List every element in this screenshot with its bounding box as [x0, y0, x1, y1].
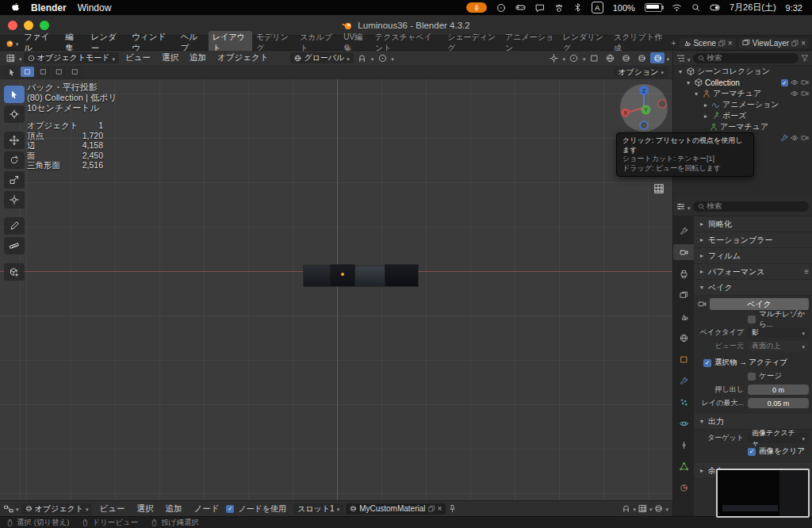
panel-motion-blur[interactable]: モーションブラー: [694, 232, 812, 248]
shading-wireframe-icon[interactable]: [603, 52, 617, 63]
tool-transform[interactable]: [4, 191, 25, 209]
filter-funnel-icon[interactable]: [801, 54, 809, 62]
gizmo-y-axis[interactable]: Y: [644, 107, 648, 113]
properties-tab-modifiers[interactable]: [673, 373, 694, 388]
tool-move[interactable]: [4, 132, 25, 149]
unlink-material-icon[interactable]: [438, 504, 442, 513]
editor-type-icon[interactable]: [3, 52, 17, 63]
lowpoly-object[interactable]: [304, 265, 418, 286]
gizmo-minus-z[interactable]: [640, 121, 648, 129]
game-controller-icon[interactable]: [515, 2, 526, 13]
shader-menu-node[interactable]: ノード: [189, 503, 224, 515]
paw-icon[interactable]: [554, 3, 564, 13]
selected-to-active-checkbox[interactable]: [703, 359, 711, 367]
input-source-icon[interactable]: A: [592, 2, 603, 13]
viewport-canvas[interactable]: バック・平行投影 (80) Collection | 低ポリ 10センチメートル…: [0, 79, 672, 500]
snap-magnet-icon[interactable]: [355, 52, 370, 63]
outliner-editor-icon[interactable]: [676, 54, 685, 63]
battery-icon[interactable]: [645, 3, 662, 12]
shading-material-icon[interactable]: [634, 52, 649, 63]
add-workspace-button[interactable]: +: [668, 38, 680, 48]
gizmo-dropdown-icon[interactable]: [562, 54, 565, 63]
overlay-dropdown-icon[interactable]: [649, 504, 653, 513]
outliner-row-scene-collection[interactable]: シーンコレクション: [673, 66, 812, 77]
proportional-edit-icon[interactable]: [375, 52, 389, 63]
screen-recording-indicator[interactable]: [466, 2, 487, 13]
tool-select-box[interactable]: [4, 86, 25, 103]
bake-target-dropdown[interactable]: 画像テクスチャ: [748, 433, 809, 443]
properties-tab-tool[interactable]: [673, 223, 694, 239]
performance-presets-icon[interactable]: [804, 267, 809, 276]
gizmo-minus-x[interactable]: [658, 100, 666, 108]
properties-tab-scene[interactable]: [673, 308, 694, 324]
shading-dropdown-icon[interactable]: [666, 54, 669, 63]
select-mode-new-button[interactable]: [21, 67, 34, 77]
panel-bake[interactable]: ベイク: [694, 280, 812, 296]
shader-menu-view[interactable]: ビュー: [94, 503, 129, 515]
shader-menu-add[interactable]: 追加: [160, 503, 186, 515]
app-menu-blender[interactable]: Blender: [31, 2, 67, 13]
tool-rotate[interactable]: [4, 151, 25, 169]
viewlayer-selector[interactable]: ViewLayer: [739, 38, 809, 48]
gizmo-x-axis[interactable]: X: [623, 110, 627, 116]
snapping-icon[interactable]: [622, 504, 630, 513]
properties-tab-output[interactable]: [673, 266, 694, 281]
max-ray-distance-field[interactable]: 0.05 m: [748, 398, 809, 408]
select-mode-extend-button[interactable]: [36, 67, 50, 77]
tool-annotate[interactable]: [4, 217, 25, 235]
snap-dropdown-icon[interactable]: [371, 54, 374, 63]
stats-menu-icon[interactable]: [496, 3, 506, 13]
clear-image-checkbox[interactable]: [748, 448, 756, 456]
navigation-gizmo[interactable]: Z X Y: [619, 82, 669, 133]
snapping-dropdown-icon[interactable]: [633, 504, 636, 513]
bake-type-dropdown[interactable]: 影: [748, 327, 809, 338]
bluetooth-icon[interactable]: [573, 3, 582, 12]
select-mode-subtract-button[interactable]: [52, 67, 66, 77]
properties-tab-object[interactable]: [673, 351, 694, 367]
remove-viewlayer-icon[interactable]: [801, 39, 806, 48]
gizmo-z-axis[interactable]: Z: [642, 87, 646, 94]
apple-menu[interactable]: [10, 2, 20, 13]
tool-measure[interactable]: [4, 237, 25, 254]
properties-tab-viewlayer[interactable]: [673, 287, 694, 303]
outliner-row-animation[interactable]: アニメーション: [673, 99, 812, 110]
shading-rendered-icon[interactable]: [650, 52, 665, 63]
pin-icon[interactable]: [448, 504, 457, 513]
outliner-search-input[interactable]: 検索: [693, 53, 799, 63]
modifier-wrench-icon[interactable]: [780, 134, 788, 142]
shader-type-dropdown[interactable]: オブジェクト: [21, 503, 93, 515]
panel-film[interactable]: フィルム: [694, 248, 812, 264]
eye-icon[interactable]: [791, 78, 799, 86]
camera-icon[interactable]: [801, 134, 809, 142]
eye-icon[interactable]: [791, 90, 799, 98]
material-name-field[interactable]: MyCustomMaterial: [346, 503, 446, 515]
shader-menu-select[interactable]: 選択: [132, 503, 158, 515]
viewport-menu-add[interactable]: 追加: [185, 52, 211, 63]
transform-orientation-dropdown[interactable]: グローバル: [290, 52, 353, 63]
mode-dropdown[interactable]: オブジェクトモード: [24, 52, 119, 63]
show-gizmo-icon[interactable]: [546, 52, 561, 63]
preview-dropdown-icon[interactable]: [665, 504, 668, 513]
viewport-menu-select[interactable]: 選択: [157, 52, 183, 63]
properties-tab-world[interactable]: [673, 330, 694, 346]
chat-icon[interactable]: [535, 3, 545, 13]
properties-search-input[interactable]: 検索: [693, 201, 809, 212]
copy-material-icon[interactable]: [428, 505, 435, 512]
options-dropdown[interactable]: オプション: [614, 67, 668, 78]
minimize-window-button[interactable]: [24, 21, 33, 30]
perspective-grid-icon[interactable]: [653, 183, 665, 194]
control-center-icon[interactable]: [710, 2, 720, 13]
overlays-dropdown-icon[interactable]: [583, 54, 586, 63]
overlays-icon[interactable]: [567, 52, 581, 63]
bake-from-multires-checkbox[interactable]: [748, 316, 756, 323]
collection-checkbox[interactable]: [781, 79, 788, 86]
extrusion-field[interactable]: 0 m: [748, 385, 809, 395]
properties-editor-icon[interactable]: [676, 202, 685, 211]
camera-icon[interactable]: [801, 90, 809, 98]
tool-scale[interactable]: [4, 171, 25, 189]
shader-editor-icon[interactable]: [4, 504, 13, 514]
properties-tab-physics[interactable]: [673, 415, 694, 431]
preview-sphere-icon[interactable]: [654, 504, 663, 513]
properties-tab-material[interactable]: [673, 480, 694, 495]
tool-add-cube[interactable]: [4, 263, 25, 281]
